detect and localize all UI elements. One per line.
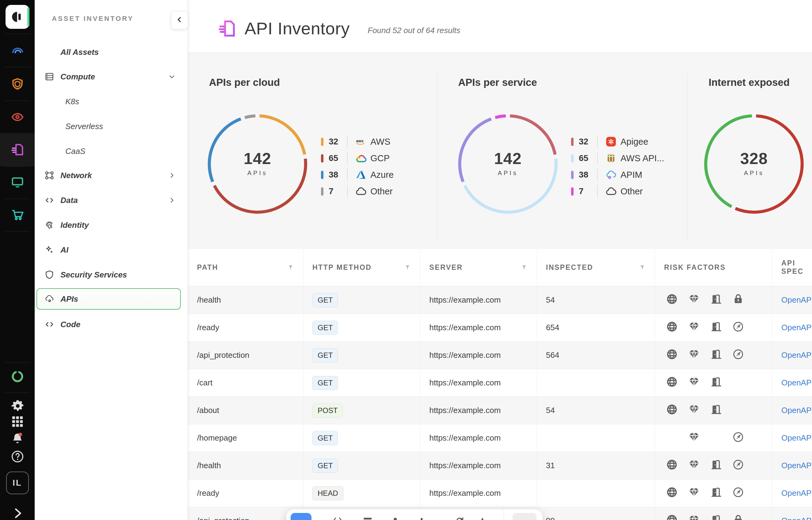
openapi-link[interactable]: OpenAPI [781, 323, 812, 332]
sidebar-item-network[interactable]: Network [36, 165, 181, 186]
toolbar-chevrons-icon[interactable] [333, 516, 343, 520]
table-header: PATHHTTP METHODSERVERINSPECTEDRISK FACTO… [188, 249, 812, 286]
column-header-server[interactable]: SERVER [420, 249, 537, 286]
cell-inspected [537, 369, 655, 396]
cell-server: https://example.com [420, 479, 537, 507]
cell-risk-factors [655, 369, 772, 396]
panel-divider [437, 73, 437, 240]
filter-icon[interactable] [521, 264, 527, 271]
openapi-link[interactable]: OpenAPI [781, 406, 812, 415]
openapi-link[interactable]: OpenAPI [781, 350, 812, 360]
rail-item-shield[interactable] [0, 70, 35, 99]
sidebar-item-k8s[interactable]: K8s [36, 91, 181, 112]
rail-item-avatar[interactable]: IL [0, 468, 35, 498]
diamond-icon [688, 376, 700, 390]
table-row[interactable]: /cartGEThttps://example.comOpenAPI [188, 369, 812, 397]
toolbar-sparkle-icon[interactable] [477, 516, 488, 520]
sidebar-item-apis[interactable]: APIs [36, 288, 181, 310]
legend-divider [597, 135, 598, 148]
sidebar-item-security-services[interactable]: Security Services [36, 264, 181, 285]
toolbar-refresh-icon[interactable] [454, 516, 465, 520]
toolbar-dot-icon[interactable] [416, 516, 427, 520]
toolbar-toggle[interactable] [513, 513, 536, 520]
filter-icon[interactable] [639, 264, 646, 271]
legend-label: Apigee [620, 137, 648, 147]
cell-path: /ready [188, 314, 303, 341]
column-header-inspected[interactable]: INSPECTED [537, 249, 655, 286]
column-header-http-method[interactable]: HTTP METHOD [303, 249, 420, 286]
primary-action-button[interactable] [291, 513, 312, 520]
legend-value: 32 [329, 137, 347, 147]
sidebar-item-ai[interactable]: AI [36, 239, 181, 261]
globe-icon [666, 404, 678, 417]
sidebar-collapse-button[interactable] [171, 11, 188, 29]
openapi-link[interactable]: OpenAPI [781, 295, 812, 305]
table-row[interactable]: /api_protectionGEThttps://example.com564… [188, 342, 812, 369]
rail-item-eye[interactable] [0, 102, 35, 132]
door-icon [710, 487, 722, 500]
cell-inspected: 54 [537, 397, 655, 424]
rail-item-pulse-arc[interactable] [0, 35, 35, 65]
rail-item-monitor[interactable] [0, 167, 35, 197]
rail-item-expand[interactable] [0, 498, 35, 520]
rail-item-help[interactable] [0, 442, 35, 471]
chevron-right-icon[interactable] [168, 196, 176, 204]
sidebar-item-caas[interactable]: CaaS [36, 140, 181, 162]
lock-icon [733, 293, 744, 307]
openapi-link[interactable]: OpenAPI [781, 433, 812, 443]
toolbar-divider [503, 509, 504, 520]
sidebar-item-all-assets[interactable]: All Assets [36, 42, 181, 63]
rail-divider [5, 67, 30, 67]
rail-item-ring[interactable] [0, 362, 35, 391]
results-count: Found 52 out of 64 results [368, 26, 460, 35]
openapi-link[interactable]: OpenAPI [781, 461, 812, 470]
openapi-link[interactable]: OpenAPI [781, 516, 812, 520]
table-row[interactable]: /healthGEThttps://example.com54OpenAPI [188, 286, 812, 314]
toolbar-person-icon[interactable] [390, 516, 400, 520]
sidebar-item-serverless[interactable]: Serverless [36, 115, 181, 137]
method-badge: GET [313, 431, 338, 445]
table-row[interactable]: /aboutPOSThttps://example.com54OpenAPI [188, 397, 812, 424]
table-row[interactable]: /healthGEThttps://example.com31OpenAPI [188, 452, 812, 479]
cell-inspected: 54 [537, 286, 655, 314]
cell-path: /health [188, 286, 303, 314]
azure-icon [355, 169, 367, 181]
legend-value: 38 [329, 170, 347, 180]
filter-icon[interactable] [404, 264, 411, 271]
openapi-link[interactable]: OpenAPI [781, 378, 812, 388]
filter-icon[interactable] [287, 264, 294, 271]
page-header: API Inventory Found 52 out of 64 results [188, 0, 812, 53]
column-header-api-spec[interactable]: API SPEC [772, 249, 812, 286]
cell-path: /ready [188, 479, 303, 507]
table-row[interactable]: /readyGEThttps://example.com654OpenAPI [188, 314, 812, 342]
diamond-icon [688, 432, 700, 445]
dragonfly-icon [733, 432, 744, 445]
door-icon [710, 293, 722, 307]
toolbar-table-icon[interactable] [363, 516, 373, 520]
sidebar-item-identity[interactable]: Identity [36, 214, 181, 236]
globe-icon [666, 321, 678, 335]
table-row[interactable]: /readyHEADhttps://example.comOpenAPI [188, 479, 812, 507]
openapi-link[interactable]: OpenAPI [781, 488, 812, 498]
column-header-path[interactable]: PATH [188, 249, 303, 286]
diamond-icon [688, 514, 700, 520]
rail-item-api-doc[interactable] [0, 135, 35, 164]
sidebar-item-compute[interactable]: Compute [36, 66, 181, 87]
cell-inspected: 654 [537, 314, 655, 341]
legend-label: Azure [370, 170, 394, 180]
diamond-icon [688, 348, 700, 362]
diamond-icon [688, 459, 700, 472]
chevron-down-icon[interactable] [168, 73, 176, 81]
cell-path: /homepage [188, 424, 303, 452]
sidebar-item-data[interactable]: Data [36, 189, 181, 211]
cell-path: /health [188, 452, 303, 479]
sidebar-title: ASSET INVENTORY [52, 15, 134, 23]
cell-api-spec: OpenAPI [772, 369, 812, 396]
method-badge: GET [313, 321, 338, 335]
sidebar-item-code[interactable]: Code [36, 314, 181, 335]
logo[interactable] [5, 5, 29, 29]
chevron-right-icon[interactable] [168, 172, 176, 179]
column-header-risk-factors[interactable]: RISK FACTORS [655, 249, 772, 286]
table-row[interactable]: /homepageGEThttps://example.comOpenAPI [188, 424, 812, 452]
rail-item-cart[interactable] [0, 200, 35, 229]
